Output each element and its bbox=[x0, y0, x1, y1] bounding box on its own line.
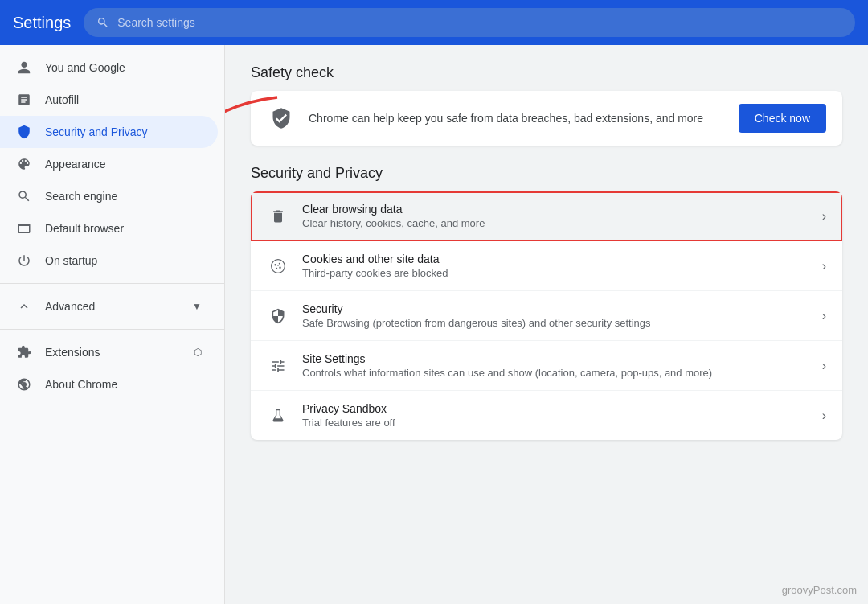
sidebar-item-label: Autofill bbox=[45, 93, 79, 106]
note-icon bbox=[16, 92, 32, 108]
svg-point-6 bbox=[276, 267, 278, 269]
sidebar-item-appearance[interactable]: Appearance bbox=[0, 148, 218, 180]
sidebar-item-about-chrome[interactable]: About Chrome bbox=[0, 368, 218, 401]
content-area: Safety check Chrome can help keep you sa… bbox=[225, 45, 868, 604]
sidebar-item-label: Appearance bbox=[45, 158, 106, 171]
cookies-text: Cookies and other site data Third-party … bbox=[302, 253, 809, 279]
sidebar-item-autofill[interactable]: Autofill bbox=[0, 84, 218, 116]
sidebar-item-label: Search engine bbox=[45, 190, 117, 203]
sidebar-item-label: On startup bbox=[45, 254, 97, 267]
sidebar-item-default-browser[interactable]: Default browser bbox=[0, 212, 218, 244]
item-title: Privacy Sandbox bbox=[302, 402, 809, 415]
settings-item-site-settings[interactable]: Site Settings Controls what information … bbox=[251, 341, 842, 391]
chevron-right-icon: › bbox=[822, 209, 826, 224]
sidebar-item-extensions[interactable]: Extensions ⬡ bbox=[0, 336, 218, 368]
item-title: Clear browsing data bbox=[302, 203, 809, 216]
safety-check-description: Chrome can help keep you safe from data … bbox=[309, 110, 726, 127]
extensions-icon bbox=[16, 344, 32, 360]
svg-point-2 bbox=[272, 259, 285, 273]
shield-icon bbox=[16, 124, 32, 140]
sidebar-item-label: Default browser bbox=[45, 222, 124, 235]
watermark: groovyPost.com bbox=[782, 584, 857, 596]
header: Settings bbox=[0, 0, 868, 45]
item-desc: Trial features are off bbox=[302, 417, 809, 429]
clear-browsing-data-text: Clear browsing data Clear history, cooki… bbox=[302, 203, 809, 229]
privacy-sandbox-text: Privacy Sandbox Trial features are off bbox=[302, 402, 809, 429]
sidebar-item-search-engine[interactable]: Search engine bbox=[0, 180, 218, 212]
item-desc: Third-party cookies are blocked bbox=[302, 267, 809, 279]
flask-icon bbox=[267, 405, 289, 427]
sidebar-item-advanced[interactable]: Advanced ▼ bbox=[0, 290, 218, 323]
advanced-icon bbox=[16, 298, 32, 314]
search-icon bbox=[16, 188, 32, 204]
sidebar-item-you-and-google[interactable]: You and Google bbox=[0, 51, 218, 84]
sidebar-item-security-privacy[interactable]: Security and Privacy bbox=[0, 116, 218, 148]
sidebar-item-label: Security and Privacy bbox=[45, 125, 148, 138]
sidebar-divider-2 bbox=[0, 329, 224, 330]
chrome-icon bbox=[16, 376, 32, 392]
shield-outline-icon bbox=[267, 305, 289, 327]
sliders-icon bbox=[267, 355, 289, 377]
settings-item-cookies[interactable]: Cookies and other site data Third-party … bbox=[251, 241, 842, 291]
chevron-right-icon: › bbox=[822, 409, 826, 423]
chevron-right-icon: › bbox=[822, 309, 826, 323]
cookie-icon bbox=[267, 255, 289, 277]
browser-icon bbox=[16, 220, 32, 236]
sidebar-item-label: You and Google bbox=[45, 61, 125, 74]
sidebar-item-label: Advanced bbox=[45, 300, 95, 313]
check-now-button[interactable]: Check now bbox=[739, 104, 826, 133]
sidebar-item-on-startup[interactable]: On startup bbox=[0, 244, 218, 277]
settings-list: Clear browsing data Clear history, cooki… bbox=[251, 191, 842, 440]
sidebar-divider-1 bbox=[0, 283, 224, 284]
svg-point-4 bbox=[279, 262, 280, 264]
palette-icon bbox=[16, 156, 32, 172]
sidebar-item-label: Extensions bbox=[45, 346, 100, 359]
search-input[interactable] bbox=[117, 16, 842, 29]
trash-icon bbox=[267, 205, 289, 228]
item-desc: Controls what information sites can use … bbox=[302, 367, 809, 379]
settings-item-clear-browsing-data[interactable]: Clear browsing data Clear history, cooki… bbox=[251, 191, 842, 241]
svg-point-5 bbox=[279, 266, 281, 269]
chevron-right-icon: › bbox=[822, 359, 826, 373]
settings-item-security[interactable]: Security Safe Browsing (protection from … bbox=[251, 291, 842, 341]
safety-check-card: Chrome can help keep you safe from data … bbox=[251, 91, 842, 146]
item-title: Cookies and other site data bbox=[302, 253, 809, 265]
section-title: Security and Privacy bbox=[251, 165, 842, 182]
search-bar[interactable] bbox=[84, 8, 855, 37]
settings-item-privacy-sandbox[interactable]: Privacy Sandbox Trial features are off › bbox=[251, 391, 842, 440]
svg-point-3 bbox=[274, 264, 276, 266]
security-text: Security Safe Browsing (protection from … bbox=[302, 302, 809, 329]
item-desc: Clear history, cookies, cache, and more bbox=[302, 217, 809, 229]
item-title: Site Settings bbox=[302, 352, 809, 365]
power-icon bbox=[16, 253, 32, 269]
chevron-down-icon: ▼ bbox=[192, 301, 202, 312]
main-layout: You and Google Autofill Security and Pri… bbox=[0, 45, 868, 604]
site-settings-text: Site Settings Controls what information … bbox=[302, 352, 809, 379]
item-desc: Safe Browsing (protection from dangerous… bbox=[302, 317, 809, 329]
app-title: Settings bbox=[13, 14, 71, 32]
safety-check-title: Safety check bbox=[251, 64, 842, 81]
sidebar-item-label: About Chrome bbox=[45, 378, 117, 391]
item-title: Security bbox=[302, 302, 809, 315]
person-icon bbox=[16, 60, 32, 76]
external-link-icon: ⬡ bbox=[194, 347, 202, 358]
safety-shield-icon bbox=[267, 104, 296, 133]
chevron-right-icon: › bbox=[822, 259, 826, 273]
svg-point-7 bbox=[277, 265, 278, 265]
sidebar: You and Google Autofill Security and Pri… bbox=[0, 45, 225, 604]
search-icon bbox=[96, 16, 109, 29]
